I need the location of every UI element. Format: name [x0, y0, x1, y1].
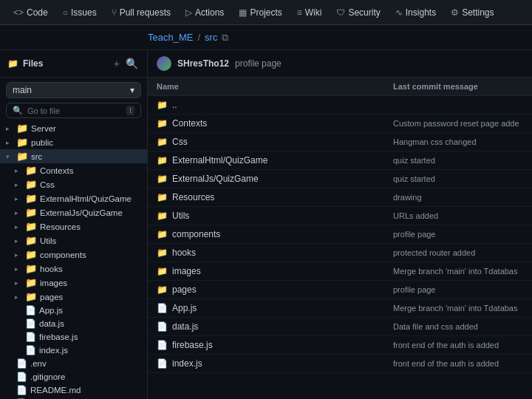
- file-row[interactable]: 📁 Contexts Custom password reset page ad…: [148, 115, 532, 133]
- file-name[interactable]: Resources: [172, 192, 214, 202]
- file-row[interactable]: 📄 firebase.js front end of the auth is a…: [148, 336, 532, 355]
- tree-item-utils[interactable]: ▸📁Utils: [0, 233, 147, 248]
- security-icon: 🛡: [336, 7, 345, 18]
- file-row[interactable]: 📁 components profile page: [148, 225, 532, 244]
- wiki-icon: ≡: [297, 7, 302, 18]
- tree-item-label: .gitignore: [30, 372, 65, 381]
- file-row[interactable]: 📁 Utils URLs added: [148, 207, 532, 225]
- nav-settings[interactable]: ⚙ Settings: [443, 0, 501, 25]
- tree-item--env[interactable]: 📄.env: [0, 357, 147, 370]
- file-name[interactable]: components: [172, 229, 220, 239]
- file-name[interactable]: Css: [172, 137, 188, 147]
- file-name[interactable]: data.js: [172, 321, 198, 332]
- nav-actions[interactable]: ▷ Actions: [178, 0, 231, 25]
- nav-security[interactable]: 🛡 Security: [329, 0, 387, 25]
- tree-item--gitignore[interactable]: 📄.gitignore: [0, 370, 147, 383]
- search-icon: 🔍: [13, 106, 23, 115]
- file-row[interactable]: 📁 hooks protected router added: [148, 244, 532, 262]
- sidebar: 📁 Files + 🔍 main ▾ 🔍 t ▸📁Server▸📁public▾…: [0, 50, 148, 399]
- tree-item-components[interactable]: ▸📁components: [0, 248, 147, 262]
- file-icon: 📄: [25, 332, 36, 342]
- file-name[interactable]: images: [172, 266, 201, 276]
- nav-insights[interactable]: ∿ Insights: [388, 0, 443, 25]
- file-row[interactable]: 📄 App.js Merge branch 'main' into Tdatab…: [148, 299, 532, 318]
- tree-item-app-js[interactable]: 📄App.js: [0, 304, 147, 317]
- tree-item-firebase-js[interactable]: 📄firebase.js: [0, 330, 147, 344]
- file-row-name: 📁 Utils: [157, 211, 393, 221]
- chevron-icon: ▸: [6, 125, 13, 132]
- file-row[interactable]: 📁 ..: [148, 96, 532, 115]
- file-row[interactable]: 📁 Resources drawing: [148, 188, 532, 207]
- file-name[interactable]: hooks: [172, 248, 196, 258]
- file-row[interactable]: 📁 Css Hangman css changed: [148, 133, 532, 151]
- projects-icon: ▦: [239, 7, 247, 18]
- file-row[interactable]: 📁 ExternalJs/QuizGame quiz started: [148, 170, 532, 188]
- nav-code[interactable]: <> Code: [6, 0, 55, 25]
- file-name[interactable]: App.js: [172, 303, 197, 313]
- file-icon: 📄: [16, 358, 27, 369]
- file-icon: 📄: [157, 303, 168, 313]
- folder-icon: 📁: [157, 266, 168, 276]
- chevron-icon: ▸: [15, 195, 22, 202]
- tree-item-css[interactable]: ▸📁Css: [0, 177, 147, 191]
- file-name[interactable]: firebase.js: [172, 340, 213, 350]
- tree-item-label: Contexts: [40, 166, 73, 175]
- file-name[interactable]: ExternalJs/QuizGame: [172, 174, 259, 184]
- breadcrumb: Teach_ME / src ⧉: [148, 32, 228, 44]
- tree-item-label: src: [31, 152, 42, 161]
- breadcrumb-path[interactable]: src: [205, 32, 217, 43]
- file-row[interactable]: 📄 data.js Data file and css added: [148, 318, 532, 336]
- file-name[interactable]: index.js: [172, 358, 202, 369]
- file-row-commit: profile page: [393, 230, 523, 239]
- file-row[interactable]: 📁 images Merge branch 'main' into Tdatab…: [148, 262, 532, 281]
- tree-item-resources[interactable]: ▸📁Resources: [0, 219, 147, 233]
- file-name[interactable]: ..: [172, 100, 177, 110]
- tree-item-index-js[interactable]: 📄index.js: [0, 344, 147, 357]
- issues-icon: ○: [63, 7, 68, 18]
- chevron-icon: ▸: [15, 279, 22, 287]
- chevron-down-icon: ▾: [130, 85, 134, 95]
- file-name[interactable]: Utils: [172, 211, 189, 221]
- search-input[interactable]: [27, 106, 122, 115]
- nav-issues[interactable]: ○ Issues: [55, 0, 104, 25]
- tree-item-label: firebase.js: [39, 332, 78, 341]
- tree-item-data-js[interactable]: 📄data.js: [0, 317, 147, 330]
- parent-dir-icon: 📁: [157, 100, 168, 110]
- pr-icon: ⑂: [112, 7, 117, 18]
- file-row[interactable]: 📁 ExternalHtml/QuizGame quiz started: [148, 151, 532, 170]
- tree-item-externalhtml-quizgame[interactable]: ▸📁ExternalHtml/QuizGame: [0, 191, 147, 205]
- folder-icon: 📁: [157, 248, 168, 258]
- tree-item-label: hooks: [40, 265, 63, 273]
- top-nav: <> Code ○ Issues ⑂ Pull requests ▷ Actio…: [0, 0, 532, 25]
- file-row[interactable]: 📁 pages profile page: [148, 281, 532, 299]
- file-row[interactable]: 📄 index.js front end of the auth is adde…: [148, 355, 532, 373]
- file-row-name: 📁 ExternalJs/QuizGame: [157, 174, 393, 184]
- nav-wiki[interactable]: ≡ Wiki: [290, 0, 330, 25]
- tree-item-images[interactable]: ▸📁images: [0, 276, 147, 290]
- tree-item-src[interactable]: ▾📁src: [0, 149, 147, 163]
- tree-item-externaljs-quizgame[interactable]: ▸📁ExternalJs/QuizGame: [0, 205, 147, 219]
- folder-icon: 📁: [157, 118, 168, 129]
- folder-icon: 📁: [25, 207, 37, 218]
- file-icon: 📄: [16, 385, 27, 395]
- file-icon: 📄: [16, 372, 27, 382]
- tree-item-pages[interactable]: ▸📁pages: [0, 290, 147, 304]
- tree-item-server[interactable]: ▸📁Server: [0, 121, 147, 135]
- breadcrumb-repo[interactable]: Teach_ME: [148, 32, 193, 43]
- nav-projects[interactable]: ▦ Projects: [231, 0, 289, 25]
- actions-icon: ▷: [185, 7, 192, 18]
- add-file-button[interactable]: +: [112, 56, 121, 71]
- file-name[interactable]: ExternalHtml/QuizGame: [172, 155, 267, 166]
- tree-item-public[interactable]: ▸📁public: [0, 135, 147, 149]
- tree-item-contexts[interactable]: ▸📁Contexts: [0, 163, 147, 177]
- search-file-button[interactable]: 🔍: [124, 56, 140, 71]
- tree-item-label: Server: [31, 124, 56, 133]
- tree-item-hooks[interactable]: ▸📁hooks: [0, 262, 147, 276]
- copy-path-icon[interactable]: ⧉: [222, 32, 228, 44]
- nav-pull-requests[interactable]: ⑂ Pull requests: [104, 0, 178, 25]
- tree-item-label: README.md: [30, 386, 81, 395]
- branch-selector[interactable]: main ▾: [6, 82, 141, 98]
- tree-item-readme-md[interactable]: 📄README.md: [0, 383, 147, 397]
- file-name[interactable]: Contexts: [172, 118, 207, 129]
- file-name[interactable]: pages: [172, 284, 197, 295]
